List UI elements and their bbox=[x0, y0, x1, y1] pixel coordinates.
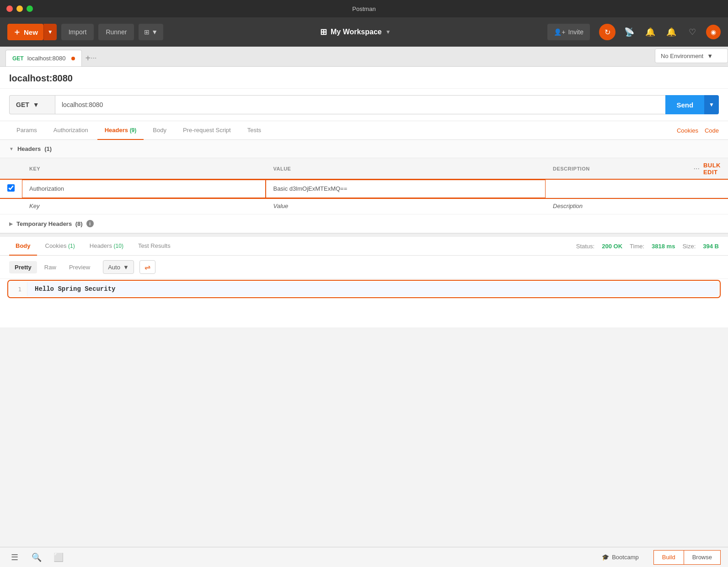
method-label: GET bbox=[16, 101, 29, 108]
new-button-label: New bbox=[24, 28, 38, 36]
auth-checkbox[interactable] bbox=[7, 184, 15, 192]
temp-toggle-icon[interactable]: ▶ bbox=[9, 221, 13, 226]
search-button[interactable]: 🔍 bbox=[29, 550, 44, 565]
line-code-1[interactable]: Hello Spring Security bbox=[27, 282, 123, 296]
send-button[interactable]: Send bbox=[665, 95, 704, 114]
auth-key-cell[interactable]: Authorization bbox=[22, 180, 266, 198]
terminal-button[interactable]: ⬜ bbox=[51, 550, 66, 565]
resp-tab-body[interactable]: Body bbox=[9, 237, 37, 256]
status-value: 200 OK bbox=[602, 243, 622, 250]
avatar-btn[interactable]: ◉ bbox=[706, 25, 721, 39]
temp-headers-label: Temporary Headers bbox=[16, 220, 72, 227]
sidebar-toggle-button[interactable]: ☰ bbox=[7, 550, 22, 565]
tab-authorization[interactable]: Authorization bbox=[46, 121, 96, 140]
line-number-1: 1 bbox=[9, 282, 27, 296]
satellite-icon-btn[interactable]: 📡 bbox=[622, 25, 637, 39]
empty-desc-cell[interactable]: Description bbox=[546, 198, 686, 214]
auto-format-selector[interactable]: Auto ▼ bbox=[103, 260, 134, 274]
new-button[interactable]: ＋ New bbox=[7, 24, 43, 40]
auth-desc-cell[interactable] bbox=[546, 180, 686, 198]
headers-count: (1) bbox=[44, 145, 52, 152]
body-preview-tab[interactable]: Preview bbox=[64, 261, 96, 273]
import-button[interactable]: Import bbox=[61, 24, 94, 40]
invite-button[interactable]: 👤+ Invite bbox=[547, 24, 590, 40]
time-value: 3818 ms bbox=[652, 243, 675, 250]
body-raw-tab[interactable]: Raw bbox=[39, 261, 62, 273]
auth-actions-cell bbox=[686, 180, 728, 198]
bootcamp-button[interactable]: 🎓 Bootcamp bbox=[602, 554, 639, 561]
auto-format-label: Auto bbox=[108, 264, 120, 271]
body-view-tabs: Pretty Raw Preview Auto ▼ ⇌ bbox=[0, 256, 728, 279]
three-dots-button[interactable]: ··· bbox=[694, 165, 700, 173]
main-content: localhost:8080 GET ▼ Send ▼ Params Autho… bbox=[0, 67, 728, 327]
invite-icon: 👤+ bbox=[554, 28, 565, 36]
wrap-button[interactable]: ⇌ bbox=[139, 260, 155, 274]
workspace-chevron-icon: ▼ bbox=[385, 29, 391, 35]
method-chevron-icon: ▼ bbox=[33, 101, 39, 108]
new-dropdown-button[interactable]: ▼ bbox=[43, 24, 57, 40]
toolbar: ＋ New ▼ Import Runner ⊞ ▼ ⊞ My Workspace… bbox=[0, 17, 728, 47]
request-tab[interactable]: GET localhost:8080 bbox=[5, 50, 82, 66]
auto-format-chevron-icon: ▼ bbox=[123, 264, 129, 271]
workspace-label: My Workspace bbox=[331, 28, 382, 36]
minimize-button[interactable] bbox=[16, 5, 23, 12]
heart-icon-btn[interactable]: ♡ bbox=[685, 25, 700, 39]
env-label: No Environment bbox=[661, 53, 703, 59]
workspace-selector[interactable]: ⊞ My Workspace ▼ bbox=[320, 27, 391, 37]
url-input[interactable] bbox=[55, 95, 665, 114]
resp-tab-cookies[interactable]: Cookies (1) bbox=[39, 237, 81, 256]
tab-pre-request[interactable]: Pre-request Script bbox=[176, 121, 238, 140]
bulk-edit-link[interactable]: Bulk Edit bbox=[703, 162, 721, 176]
empty-key-cell[interactable]: Key bbox=[22, 198, 266, 214]
tab-body[interactable]: Body bbox=[145, 121, 174, 140]
col-key-header: KEY bbox=[22, 158, 266, 180]
resp-tab-headers[interactable]: Headers (10) bbox=[83, 237, 130, 256]
resp-cookies-label: Cookies bbox=[45, 242, 67, 249]
runner-button[interactable]: Runner bbox=[98, 24, 134, 40]
build-browse-selector: Build Browse bbox=[653, 550, 721, 565]
browse-button[interactable]: Browse bbox=[684, 550, 721, 565]
response-tabs: Body Cookies (1) Headers (10) Test Resul… bbox=[0, 237, 728, 256]
workspace-grid-icon: ⊞ bbox=[320, 27, 327, 37]
cookies-link[interactable]: Cookies bbox=[677, 127, 698, 134]
bell-icon-btn[interactable]: 🔔 bbox=[643, 25, 658, 39]
env-selector[interactable]: No Environment ▼ bbox=[655, 48, 728, 63]
resp-tab-test-results[interactable]: Test Results bbox=[132, 237, 177, 256]
plus-icon: ＋ bbox=[13, 27, 21, 37]
sync-button[interactable]: ↻ bbox=[599, 24, 616, 40]
method-selector[interactable]: GET ▼ bbox=[9, 95, 55, 114]
body-pretty-tab[interactable]: Pretty bbox=[9, 261, 37, 273]
tab-url: localhost:8080 bbox=[27, 55, 66, 62]
env-chevron-icon: ▼ bbox=[707, 53, 713, 59]
more-tabs-button[interactable]: ··· bbox=[91, 50, 96, 66]
headers-section-title: Headers bbox=[17, 145, 41, 152]
col-value-header: VALUE bbox=[266, 158, 546, 180]
code-link[interactable]: Code bbox=[705, 127, 719, 134]
response-separator bbox=[0, 233, 728, 237]
add-tab-button[interactable]: + bbox=[86, 50, 91, 66]
bottom-bar: ☰ 🔍 ⬜ 🎓 Bootcamp Build Browse bbox=[0, 547, 728, 567]
notification-icon-btn[interactable]: 🔔 bbox=[664, 25, 679, 39]
layout-button[interactable]: ⊞ ▼ bbox=[139, 24, 163, 40]
close-button[interactable] bbox=[6, 5, 13, 12]
build-button[interactable]: Build bbox=[653, 550, 684, 565]
tab-headers[interactable]: Headers (9) bbox=[97, 121, 144, 140]
section-toggle-icon[interactable]: ▼ bbox=[9, 146, 14, 151]
toolbar-icons: ↻ 📡 🔔 🔔 ♡ ◉ bbox=[599, 24, 721, 40]
tab-params[interactable]: Params bbox=[9, 121, 44, 140]
send-dropdown-button[interactable]: ▼ bbox=[704, 95, 719, 114]
title-bar: Postman bbox=[0, 0, 728, 17]
size-label: Size: bbox=[682, 243, 696, 250]
window-title: Postman bbox=[352, 5, 375, 12]
time-label: Time: bbox=[630, 243, 644, 250]
resp-cookies-count: (1) bbox=[68, 243, 75, 249]
tab-tests[interactable]: Tests bbox=[240, 121, 268, 140]
info-icon[interactable]: i bbox=[86, 220, 94, 227]
auth-checkbox-cell bbox=[0, 180, 22, 198]
size-value: 394 B bbox=[703, 243, 719, 250]
bootcamp-label: Bootcamp bbox=[612, 554, 639, 561]
col-actions-header: ··· Bulk Edit bbox=[686, 158, 728, 180]
auth-value-cell[interactable]: Basic d3lmOjExMTExMQ== bbox=[266, 180, 546, 198]
maximize-button[interactable] bbox=[27, 5, 33, 12]
empty-value-cell[interactable]: Value bbox=[266, 198, 546, 214]
